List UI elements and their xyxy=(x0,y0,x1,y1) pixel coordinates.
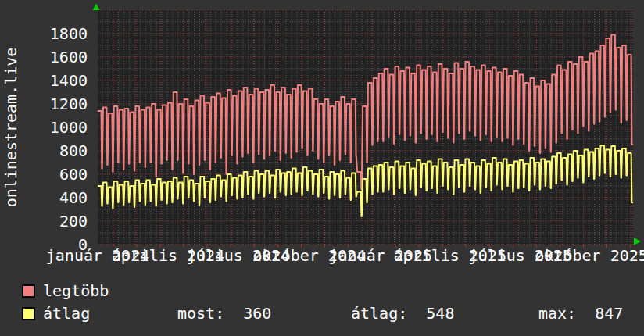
legend-row-atlag: átlag most: 360 átlag: 548 max: 847 xyxy=(22,305,639,322)
legend-row-legtobb: legtöbb xyxy=(22,282,639,299)
y-axis-label: 200 xyxy=(0,213,88,230)
legend-label-atlag: átlag xyxy=(43,305,90,322)
graph-canvas: onlinestream.live 0200400600800100012001… xyxy=(0,0,644,336)
y-axis-arrow-stem xyxy=(95,7,97,10)
y-axis-label: 1400 xyxy=(0,72,88,89)
x-axis-label: október 2025 xyxy=(535,247,644,264)
y-axis-label: 1200 xyxy=(0,95,88,113)
y-axis-label: 400 xyxy=(0,189,88,206)
y-axis-label: 600 xyxy=(0,166,88,183)
stat-max: max: 847 xyxy=(538,305,623,322)
stat-current: most: 360 xyxy=(177,305,271,322)
x-axis-arrow-icon xyxy=(634,238,641,245)
y-axis-label: 1800 xyxy=(0,25,88,42)
y-axis-label: 1000 xyxy=(0,119,88,136)
legend-swatch-legtobb xyxy=(22,284,35,298)
stat-average: átlag: 548 xyxy=(351,305,454,322)
y-axis-label: 800 xyxy=(0,142,88,159)
legend-swatch-atlag xyxy=(22,307,35,320)
y-axis-label: 1600 xyxy=(0,48,88,66)
legend-label-legtobb: legtöbb xyxy=(43,282,109,299)
